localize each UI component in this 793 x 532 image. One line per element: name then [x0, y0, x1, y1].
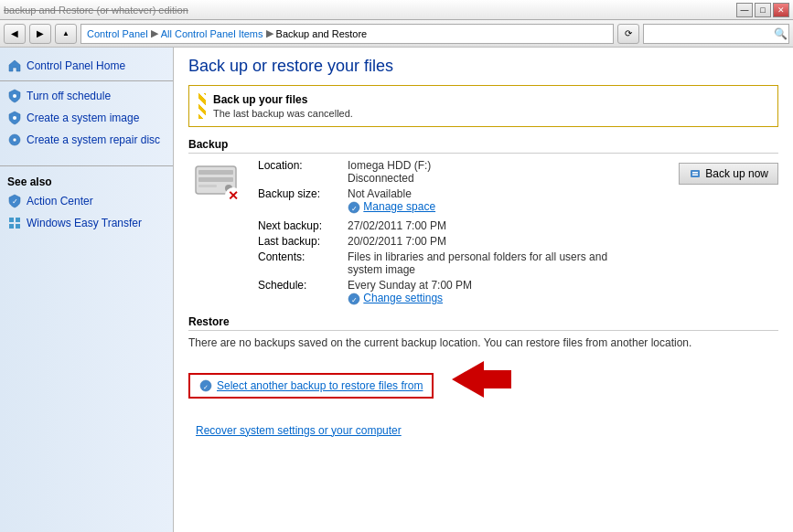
shield-icon-2 [7, 111, 22, 125]
content-area: Back up or restore your files Back up yo… [174, 48, 793, 532]
minimize-button[interactable]: — [736, 3, 753, 17]
location-label: Location: [258, 159, 340, 185]
search-input[interactable] [648, 28, 774, 39]
change-settings-link[interactable]: Change settings [363, 292, 443, 304]
disconnected-value: Disconnected [348, 172, 431, 185]
next-backup-label: Next backup: [258, 219, 340, 232]
select-backup-icon: ✓ [199, 379, 212, 392]
error-badge: ✕ [225, 187, 241, 204]
breadcrumb-all-items[interactable]: All Control Panel Items [161, 28, 263, 39]
backup-now-area: Back up now [679, 159, 778, 308]
sidebar-divider [0, 80, 173, 81]
sidebar: Control Panel Home Turn off schedule Cre… [0, 48, 174, 532]
svg-text:✓: ✓ [12, 197, 18, 206]
select-backup-row: ✓ Select another backup to restore files… [188, 356, 778, 420]
forward-button[interactable]: ▶ [29, 24, 51, 44]
location-row: Location: Iomega HDD (F:) Disconnected [258, 159, 664, 185]
sidebar-item-control-panel-home[interactable]: Control Panel Home [0, 55, 173, 77]
sidebar-item-create-system-image[interactable]: Create a system image [0, 107, 173, 129]
close-button[interactable]: ✕ [773, 3, 789, 17]
contents-value: Files in libraries and personal folders … [348, 250, 622, 276]
title-bar-buttons: — □ ✕ [736, 3, 789, 17]
svg-rect-8 [16, 224, 20, 229]
warning-content: Back up your files The last backup was c… [213, 93, 768, 119]
svg-text:✓: ✓ [351, 296, 358, 304]
contents-label: Contents: [258, 250, 340, 276]
warning-text: The last backup was cancelled. [213, 108, 768, 119]
backup-details: Location: Iomega HDD (F:) Disconnected B… [258, 159, 664, 308]
backup-size-value: Not Available [348, 187, 435, 200]
backup-now-icon [689, 167, 702, 180]
main-layout: Control Panel Home Turn off schedule Cre… [0, 48, 793, 532]
backup-size-label: Backup size: [258, 187, 340, 214]
title-bar: backup and Restore (or whatever) edition… [0, 0, 793, 20]
last-backup-label: Last backup: [258, 235, 340, 248]
windows-icon [7, 216, 22, 230]
recover-system-link[interactable]: Recover system settings or your computer [196, 424, 402, 437]
search-icon[interactable]: 🔍 [774, 27, 788, 40]
svg-text:✓: ✓ [203, 383, 209, 389]
hdd-icon-wrapper: ✕ [194, 163, 238, 200]
svg-rect-20 [692, 175, 698, 176]
svg-rect-7 [9, 224, 14, 229]
contents-row: Contents: Files in libraries and persona… [258, 250, 664, 276]
home-icon [7, 59, 22, 73]
up-button[interactable]: ▲ [55, 24, 77, 44]
manage-space-link[interactable]: Manage space [363, 200, 435, 213]
svg-rect-13 [198, 185, 217, 187]
next-backup-value: 27/02/2011 7:00 PM [348, 219, 446, 232]
search-box: 🔍 [643, 24, 789, 44]
breadcrumb: Control Panel ▶ All Control Panel Items … [80, 24, 614, 44]
svg-rect-6 [16, 218, 20, 222]
schedule-row: Schedule: Every Sunday at 7:00 PM ✓ Chan… [258, 279, 664, 305]
backup-info: ✕ Location: Iomega HDD (F:) Disconnected… [188, 159, 778, 308]
sidebar-item-windows-easy-transfer[interactable]: Windows Easy Transfer [0, 212, 173, 234]
manage-space-icon: ✓ [348, 201, 360, 214]
next-backup-row: Next backup: 27/02/2011 7:00 PM [258, 219, 664, 232]
svg-point-3 [13, 138, 16, 142]
svg-point-0 [13, 94, 16, 98]
see-also-section: See also ✓ Action Center Windows Easy Tr… [0, 165, 173, 234]
recover-link-row: Recover system settings or your computer [188, 424, 778, 437]
svg-rect-11 [198, 177, 233, 182]
arrow-indicator [443, 356, 516, 402]
svg-text:✓: ✓ [351, 205, 358, 213]
sidebar-item-action-center[interactable]: ✓ Action Center [0, 190, 173, 212]
maximize-button[interactable]: □ [755, 3, 771, 17]
disc-icon [7, 133, 22, 147]
select-backup-button[interactable]: ✓ Select another backup to restore files… [188, 373, 434, 399]
backup-now-button[interactable]: Back up now [679, 163, 778, 185]
svg-rect-19 [692, 172, 698, 174]
see-also-header: See also [0, 170, 173, 190]
breadcrumb-control-panel[interactable]: Control Panel [87, 28, 148, 39]
last-backup-value: 20/02/2011 7:00 PM [348, 235, 446, 248]
last-backup-row: Last backup: 20/02/2011 7:00 PM [258, 235, 664, 248]
refresh-button[interactable]: ⟳ [617, 24, 639, 44]
warning-stripe [198, 93, 206, 119]
location-value: Iomega HDD (F:) [348, 159, 431, 172]
title-text: backup and Restore (or whatever) edition [4, 5, 188, 16]
page-title: Back up or restore your files [188, 57, 778, 76]
svg-point-1 [13, 116, 16, 120]
back-button[interactable]: ◀ [4, 24, 26, 44]
arrow-icon [443, 356, 516, 402]
breadcrumb-current: Backup and Restore [276, 28, 368, 39]
warning-banner: Back up your files The last backup was c… [188, 85, 778, 127]
address-bar: ◀ ▶ ▲ Control Panel ▶ All Control Panel … [0, 20, 793, 48]
backup-section-header: Backup [188, 138, 778, 154]
svg-rect-18 [691, 170, 700, 177]
svg-rect-5 [9, 218, 14, 222]
svg-marker-23 [452, 361, 511, 398]
schedule-value: Every Sunday at 7:00 PM [348, 279, 472, 292]
schedule-label: Schedule: [258, 279, 340, 305]
backup-size-row: Backup size: Not Available ✓ Manage spac… [258, 187, 664, 214]
warning-title: Back up your files [213, 93, 768, 106]
svg-rect-10 [198, 170, 233, 175]
see-also-divider [0, 165, 173, 166]
backup-icon-area: ✕ [188, 159, 243, 308]
shield-icon [7, 89, 22, 103]
restore-text: There are no backups saved on the curren… [188, 336, 778, 349]
restore-section-header: Restore [188, 315, 778, 331]
sidebar-item-turn-off-schedule[interactable]: Turn off schedule [0, 85, 173, 107]
sidebar-item-create-repair-disc[interactable]: Create a system repair disc [0, 129, 173, 151]
